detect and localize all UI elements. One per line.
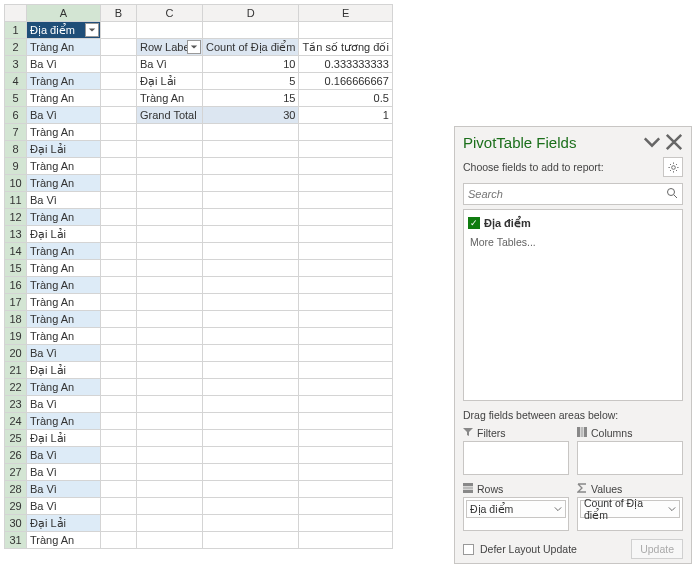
cell-E23[interactable] bbox=[299, 396, 392, 413]
cell-C8[interactable] bbox=[137, 141, 203, 158]
cell-E2[interactable]: Tần số tương đối bbox=[299, 39, 392, 56]
cell-E25[interactable] bbox=[299, 430, 392, 447]
row-header[interactable]: 7 bbox=[5, 124, 27, 141]
cell-C17[interactable] bbox=[137, 294, 203, 311]
cell-E20[interactable] bbox=[299, 345, 392, 362]
cell-E13[interactable] bbox=[299, 226, 392, 243]
cell-A25[interactable]: Đại Lải bbox=[27, 430, 101, 447]
rows-drop[interactable]: Địa điểm bbox=[463, 497, 569, 531]
search-field[interactable] bbox=[468, 188, 666, 200]
cell-C29[interactable] bbox=[137, 498, 203, 515]
cell-B20[interactable] bbox=[101, 345, 137, 362]
rows-drop-item[interactable]: Địa điểm bbox=[466, 500, 566, 518]
row-header[interactable]: 4 bbox=[5, 73, 27, 90]
spreadsheet-grid[interactable]: A B C D E 1Địa điểm2Tràng AnRow LabelsCo… bbox=[4, 4, 393, 549]
cell-C11[interactable] bbox=[137, 192, 203, 209]
col-header-E[interactable]: E bbox=[299, 5, 392, 22]
cell-C6[interactable]: Grand Total bbox=[137, 107, 203, 124]
cell-B7[interactable] bbox=[101, 124, 137, 141]
cell-D22[interactable] bbox=[203, 379, 299, 396]
cell-A27[interactable]: Ba Vì bbox=[27, 464, 101, 481]
cell-D2[interactable]: Count of Địa điểm bbox=[203, 39, 299, 56]
cell-A28[interactable]: Ba Vì bbox=[27, 481, 101, 498]
cell-B11[interactable] bbox=[101, 192, 137, 209]
search-input[interactable] bbox=[463, 183, 683, 205]
row-header[interactable]: 26 bbox=[5, 447, 27, 464]
cell-D24[interactable] bbox=[203, 413, 299, 430]
cell-A5[interactable]: Tràng An bbox=[27, 90, 101, 107]
cell-C13[interactable] bbox=[137, 226, 203, 243]
cell-D28[interactable] bbox=[203, 481, 299, 498]
cell-E10[interactable] bbox=[299, 175, 392, 192]
cell-B26[interactable] bbox=[101, 447, 137, 464]
cell-B30[interactable] bbox=[101, 515, 137, 532]
cell-B8[interactable] bbox=[101, 141, 137, 158]
row-header[interactable]: 21 bbox=[5, 362, 27, 379]
cell-D7[interactable] bbox=[203, 124, 299, 141]
cell-D19[interactable] bbox=[203, 328, 299, 345]
cell-C7[interactable] bbox=[137, 124, 203, 141]
row-header[interactable]: 17 bbox=[5, 294, 27, 311]
cell-A7[interactable]: Tràng An bbox=[27, 124, 101, 141]
cell-D17[interactable] bbox=[203, 294, 299, 311]
row-header[interactable]: 9 bbox=[5, 158, 27, 175]
cell-D5[interactable]: 15 bbox=[203, 90, 299, 107]
cell-A31[interactable]: Tràng An bbox=[27, 532, 101, 549]
cell-A16[interactable]: Tràng An bbox=[27, 277, 101, 294]
corner-cell[interactable] bbox=[5, 5, 27, 22]
cell-A17[interactable]: Tràng An bbox=[27, 294, 101, 311]
cell-A15[interactable]: Tràng An bbox=[27, 260, 101, 277]
cell-D30[interactable] bbox=[203, 515, 299, 532]
cell-A29[interactable]: Ba Vì bbox=[27, 498, 101, 515]
col-header-A[interactable]: A bbox=[27, 5, 101, 22]
cell-E5[interactable]: 0.5 bbox=[299, 90, 392, 107]
cell-D6[interactable]: 30 bbox=[203, 107, 299, 124]
cell-A22[interactable]: Tràng An bbox=[27, 379, 101, 396]
cell-E8[interactable] bbox=[299, 141, 392, 158]
row-header[interactable]: 29 bbox=[5, 498, 27, 515]
cell-E18[interactable] bbox=[299, 311, 392, 328]
row-header[interactable]: 23 bbox=[5, 396, 27, 413]
cell-D3[interactable]: 10 bbox=[203, 56, 299, 73]
cell-B29[interactable] bbox=[101, 498, 137, 515]
cell-D1[interactable] bbox=[203, 22, 299, 39]
cell-E9[interactable] bbox=[299, 158, 392, 175]
cell-A19[interactable]: Tràng An bbox=[27, 328, 101, 345]
cell-A9[interactable]: Tràng An bbox=[27, 158, 101, 175]
cell-E16[interactable] bbox=[299, 277, 392, 294]
col-header-D[interactable]: D bbox=[203, 5, 299, 22]
cell-C12[interactable] bbox=[137, 209, 203, 226]
close-icon[interactable] bbox=[665, 133, 683, 151]
cell-B5[interactable] bbox=[101, 90, 137, 107]
cell-E17[interactable] bbox=[299, 294, 392, 311]
cell-D8[interactable] bbox=[203, 141, 299, 158]
row-header[interactable]: 25 bbox=[5, 430, 27, 447]
cell-D15[interactable] bbox=[203, 260, 299, 277]
chevron-down-icon[interactable] bbox=[643, 133, 661, 151]
defer-layout-checkbox[interactable] bbox=[463, 544, 474, 555]
cell-B12[interactable] bbox=[101, 209, 137, 226]
cell-A3[interactable]: Ba Vì bbox=[27, 56, 101, 73]
cell-C3[interactable]: Ba Vì bbox=[137, 56, 203, 73]
cell-C27[interactable] bbox=[137, 464, 203, 481]
cell-B18[interactable] bbox=[101, 311, 137, 328]
cell-E11[interactable] bbox=[299, 192, 392, 209]
cell-B1[interactable] bbox=[101, 22, 137, 39]
cell-C30[interactable] bbox=[137, 515, 203, 532]
cell-D23[interactable] bbox=[203, 396, 299, 413]
row-header[interactable]: 2 bbox=[5, 39, 27, 56]
columns-drop[interactable] bbox=[577, 441, 683, 475]
cell-B15[interactable] bbox=[101, 260, 137, 277]
cell-E26[interactable] bbox=[299, 447, 392, 464]
cell-D4[interactable]: 5 bbox=[203, 73, 299, 90]
row-header[interactable]: 12 bbox=[5, 209, 27, 226]
cell-A20[interactable]: Ba Vì bbox=[27, 345, 101, 362]
cell-B9[interactable] bbox=[101, 158, 137, 175]
cell-D20[interactable] bbox=[203, 345, 299, 362]
cell-B24[interactable] bbox=[101, 413, 137, 430]
cell-C4[interactable]: Đại Lải bbox=[137, 73, 203, 90]
row-header[interactable]: 3 bbox=[5, 56, 27, 73]
cell-C31[interactable] bbox=[137, 532, 203, 549]
row-header[interactable]: 15 bbox=[5, 260, 27, 277]
cell-B31[interactable] bbox=[101, 532, 137, 549]
